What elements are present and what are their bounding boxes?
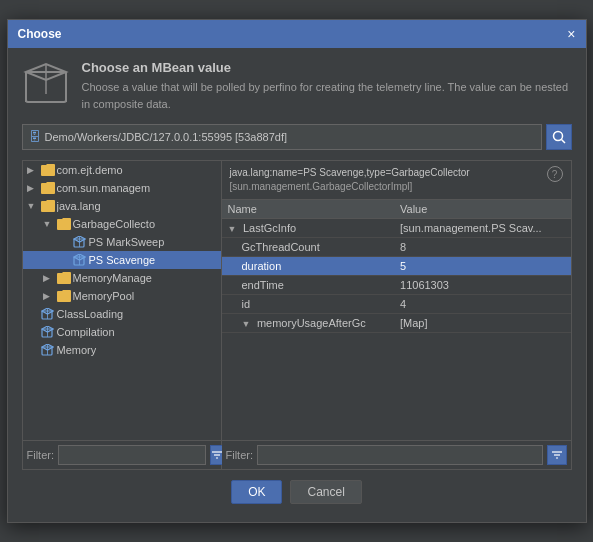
tree-item[interactable]: ▶com.ejt.demo bbox=[23, 161, 221, 179]
tree-scroll[interactable]: ▶com.ejt.demo▶com.sun.managem▼java.lang▼… bbox=[23, 161, 221, 440]
tree-item[interactable]: ▼GarbageCollecto bbox=[23, 215, 221, 233]
expand-arrow: ▼ bbox=[242, 319, 253, 329]
mbean-name-line1: java.lang:name=PS Scavenge,type=GarbageC… bbox=[230, 167, 470, 178]
tree-item-label: GarbageCollecto bbox=[73, 218, 156, 230]
tree-item[interactable]: Compilation bbox=[23, 323, 221, 341]
row-value: 8 bbox=[394, 238, 570, 257]
header-section: Choose an MBean value Choose a value tha… bbox=[22, 60, 572, 112]
detail-filter-input[interactable] bbox=[257, 445, 543, 465]
dialog-close-button[interactable]: × bbox=[567, 27, 575, 41]
table-row[interactable]: GcThreadCount8 bbox=[222, 238, 571, 257]
tree-item[interactable]: ▶MemoryPool bbox=[23, 287, 221, 305]
row-value: 11061303 bbox=[394, 276, 570, 295]
detail-header: java.lang:name=PS Scavenge,type=GarbageC… bbox=[222, 161, 571, 200]
tree-arrow: ▼ bbox=[43, 219, 55, 229]
tree-item[interactable]: ▼java.lang bbox=[23, 197, 221, 215]
search-button[interactable] bbox=[546, 124, 572, 150]
table-row[interactable]: ▼ memoryUsageAfterGc[Map] bbox=[222, 314, 571, 333]
tree-item-label: PS MarkSweep bbox=[89, 236, 165, 248]
tree-filter-bar: Filter: bbox=[23, 440, 221, 469]
tree-arrow: ▶ bbox=[27, 165, 39, 175]
cube-icon-sm bbox=[73, 253, 87, 267]
row-value: [Map] bbox=[394, 314, 570, 333]
search-bar: 🗄 bbox=[22, 124, 572, 150]
tree-item-label: PS Scavenge bbox=[89, 254, 156, 266]
help-icon[interactable]: ? bbox=[547, 166, 563, 182]
svg-line-7 bbox=[561, 140, 565, 144]
tree-item[interactable]: Memory bbox=[23, 341, 221, 359]
tree-filter-label: Filter: bbox=[27, 449, 55, 461]
buttons-row: OK Cancel bbox=[22, 470, 572, 510]
tree-item-label: Compilation bbox=[57, 326, 115, 338]
tree-item-label: ClassLoading bbox=[57, 308, 124, 320]
expand-arrow: ▼ bbox=[228, 224, 239, 234]
cube-icon-sm bbox=[41, 343, 55, 357]
dialog-titlebar: Choose × bbox=[8, 20, 586, 48]
header-title: Choose an MBean value bbox=[82, 60, 572, 75]
cancel-button[interactable]: Cancel bbox=[290, 480, 361, 504]
tree-item[interactable]: ▶com.sun.managem bbox=[23, 179, 221, 197]
folder-icon bbox=[57, 289, 71, 303]
cube-icon-sm bbox=[41, 325, 55, 339]
ok-button[interactable]: OK bbox=[231, 480, 282, 504]
detail-filter-bar: Filter: bbox=[222, 440, 571, 469]
detail-header-text: java.lang:name=PS Scavenge,type=GarbageC… bbox=[230, 166, 470, 194]
detail-filter-button[interactable] bbox=[547, 445, 567, 465]
row-value: 5 bbox=[394, 257, 570, 276]
tree-arrow: ▶ bbox=[43, 291, 55, 301]
col-value: Value bbox=[394, 200, 570, 219]
detail-filter-label: Filter: bbox=[226, 449, 254, 461]
header-text: Choose an MBean value Choose a value tha… bbox=[82, 60, 572, 112]
tree-item-label: MemoryPool bbox=[73, 290, 135, 302]
mbean-name-line2: [sun.management.GarbageCollectorImpl] bbox=[230, 181, 413, 192]
folder-icon bbox=[41, 181, 55, 195]
row-name: ▼ LastGcInfo bbox=[222, 219, 395, 238]
tree-item-label: Memory bbox=[57, 344, 97, 356]
dialog-title: Choose bbox=[18, 27, 62, 41]
tree-item[interactable]: ClassLoading bbox=[23, 305, 221, 323]
row-name: ▼ memoryUsageAfterGc bbox=[222, 314, 395, 333]
row-name: GcThreadCount bbox=[222, 238, 395, 257]
dialog-body: Choose an MBean value Choose a value tha… bbox=[8, 48, 586, 522]
row-value: 4 bbox=[394, 295, 570, 314]
tree-arrow: ▶ bbox=[43, 273, 55, 283]
tree-filter-input[interactable] bbox=[58, 445, 206, 465]
tree-item-label: com.ejt.demo bbox=[57, 164, 123, 176]
folder-icon bbox=[57, 271, 71, 285]
tree-panel: ▶com.ejt.demo▶com.sun.managem▼java.lang▼… bbox=[22, 160, 222, 470]
main-content: ▶com.ejt.demo▶com.sun.managem▼java.lang▼… bbox=[22, 160, 572, 470]
search-input[interactable] bbox=[45, 131, 535, 143]
table-row[interactable]: id4 bbox=[222, 295, 571, 314]
filter-icon-detail bbox=[551, 449, 563, 461]
row-name: id bbox=[222, 295, 395, 314]
cube-icon-sm bbox=[41, 307, 55, 321]
db-icon: 🗄 bbox=[29, 130, 41, 144]
tree-item-label: java.lang bbox=[57, 200, 101, 212]
tree-arrow: ▼ bbox=[27, 201, 39, 211]
tree-item-label: com.sun.managem bbox=[57, 182, 151, 194]
folder-icon bbox=[41, 199, 55, 213]
tree-arrow: ▶ bbox=[27, 183, 39, 193]
tree-item[interactable]: PS Scavenge bbox=[23, 251, 221, 269]
header-description: Choose a value that will be polled by pe… bbox=[82, 79, 572, 112]
folder-icon bbox=[41, 163, 55, 177]
svg-point-6 bbox=[553, 132, 562, 141]
tree-item-label: MemoryManage bbox=[73, 272, 152, 284]
table-row[interactable]: ▼ LastGcInfo[sun.management.PS Scav... bbox=[222, 219, 571, 238]
choose-dialog: Choose × Choose an MBean value Choose a … bbox=[7, 19, 587, 523]
search-icon bbox=[552, 130, 566, 144]
table-row[interactable]: endTime11061303 bbox=[222, 276, 571, 295]
tree-item[interactable]: ▶MemoryManage bbox=[23, 269, 221, 287]
col-name: Name bbox=[222, 200, 395, 219]
row-name: endTime bbox=[222, 276, 395, 295]
search-input-wrapper: 🗄 bbox=[22, 124, 542, 150]
cube-icon-sm bbox=[73, 235, 87, 249]
row-name: duration bbox=[222, 257, 395, 276]
mbean-icon bbox=[22, 60, 70, 108]
table-row[interactable]: duration5 bbox=[222, 257, 571, 276]
tree-item[interactable]: PS MarkSweep bbox=[23, 233, 221, 251]
table-container[interactable]: Name Value ▼ LastGcInfo[sun.management.P… bbox=[222, 200, 571, 440]
folder-icon bbox=[57, 217, 71, 231]
detail-panel: java.lang:name=PS Scavenge,type=GarbageC… bbox=[222, 160, 572, 470]
attributes-table: Name Value ▼ LastGcInfo[sun.management.P… bbox=[222, 200, 571, 333]
